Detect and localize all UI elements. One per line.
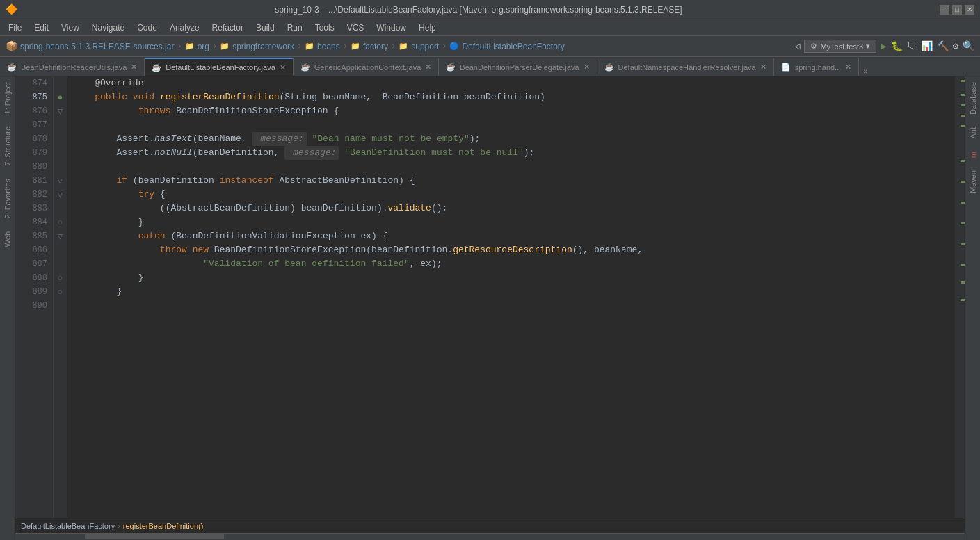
panel-database[interactable]: Database	[967, 76, 979, 120]
title-bar: 🔶 spring_10-3 – ...\DefaultListableBeanF…	[0, 0, 980, 19]
window-title: spring_10-3 – ...\DefaultListableBeanFac…	[23, 5, 934, 15]
close-btn[interactable]: ✕	[965, 5, 974, 15]
nav-springframework-icon: 📁	[220, 42, 230, 51]
menu-file[interactable]: File	[3, 22, 27, 34]
editor-area: 874 875 876 877 878 879 880 881 882 883 …	[15, 76, 965, 540]
menu-build[interactable]: Build	[250, 22, 280, 34]
panel-ant[interactable]: Ant	[967, 122, 979, 145]
code-line-882: try {	[73, 188, 949, 202]
code-line-880	[73, 160, 949, 174]
tab-generic-context[interactable]: ☕ GenericApplicationContext.java ✕	[294, 58, 439, 76]
tab-icon: ☕	[7, 63, 17, 72]
nav-springframework[interactable]: springframework	[232, 42, 294, 51]
nav-jar[interactable]: spring-beans-5.1.3.RELEASE-sources.jar	[20, 42, 174, 51]
tab-close-generic[interactable]: ✕	[425, 63, 431, 72]
code-line-881: if (beanDefinition instanceof AbstractBe…	[73, 174, 949, 188]
tab-label-sh: spring.hand...	[795, 63, 842, 72]
breadcrumb-class[interactable]: DefaultListableBeanFactory	[21, 522, 115, 530]
code-content[interactable]: @Override public void registerBeanDefini…	[67, 76, 955, 518]
code-line-883: ((AbstractBeanDefinition) beanDefinition…	[73, 202, 949, 215]
nav-factory[interactable]: factory	[363, 42, 388, 51]
menu-edit[interactable]: Edit	[29, 22, 54, 34]
minimize-btn[interactable]: –	[940, 5, 949, 15]
nav-support-icon: 📁	[399, 42, 408, 51]
build-button[interactable]: 🔨	[937, 40, 949, 52]
run-config-dropdown-icon: ▾	[866, 42, 870, 51]
menu-run[interactable]: Run	[282, 22, 308, 34]
tab-close-parser[interactable]: ✕	[584, 63, 590, 72]
code-line-890	[73, 299, 949, 313]
breadcrumb-method[interactable]: registerBeanDefinition()	[123, 522, 204, 530]
tab-spring-hand[interactable]: 📄 spring.hand... ✕	[774, 58, 860, 76]
tab-icon-sh: 📄	[781, 63, 791, 72]
debug-button[interactable]: 🐛	[891, 40, 903, 52]
run-config-label: MyTest.test3	[820, 42, 863, 51]
nav-support[interactable]: support	[411, 42, 439, 51]
profile-button[interactable]: 📊	[921, 40, 933, 52]
code-line-884: }	[73, 215, 949, 229]
tab-icon-parser: ☕	[446, 63, 456, 72]
code-line-874: @Override	[73, 76, 949, 90]
panel-maven-label[interactable]: Maven	[967, 165, 979, 199]
menu-view[interactable]: View	[56, 22, 85, 34]
code-line-888: }	[73, 271, 949, 285]
menu-tools[interactable]: Tools	[310, 22, 340, 34]
menu-navigate[interactable]: Navigate	[86, 22, 130, 34]
nav-class[interactable]: DefaultListableBeanFactory	[462, 42, 564, 51]
tab-label-parser: BeanDefinitionParserDelegate.java	[460, 63, 579, 72]
tab-bean-reader-utils[interactable]: ☕ BeanDefinitionReaderUtils.java ✕	[0, 58, 145, 76]
nav-bar: 📦 spring-beans-5.1.3.RELEASE-sources.jar…	[0, 36, 980, 57]
coverage-button[interactable]: ⛉	[907, 41, 917, 52]
tab-parser-delegate[interactable]: ☕ BeanDefinitionParserDelegate.java ✕	[439, 58, 597, 76]
window-controls: – □ ✕	[940, 5, 974, 15]
run-config-icon: ⚙	[810, 42, 817, 51]
nav-beans[interactable]: beans	[317, 42, 340, 51]
tab-default-listable-factory[interactable]: ☕ DefaultListableBeanFactory.java ✕	[145, 58, 294, 76]
tab-icon-generic: ☕	[300, 63, 310, 72]
panel-project[interactable]: 1: Project	[2, 76, 13, 120]
menu-vcs[interactable]: VCS	[342, 22, 370, 34]
code-line-879: Assert.notNull(beanDefinition, message: …	[73, 146, 949, 160]
tab-namespace-resolver[interactable]: ☕ DefaultNamespaceHandlerResolver.java ✕	[597, 58, 774, 76]
code-line-886: throw new BeanDefinitionStoreException(b…	[73, 243, 949, 257]
search-everywhere-btn[interactable]: 🔍	[963, 40, 974, 52]
editor-right-strip	[955, 76, 965, 518]
breadcrumb-bar: DefaultListableBeanFactory › registerBea…	[15, 518, 965, 533]
tab-close-bean-reader-utils[interactable]: ✕	[131, 63, 137, 72]
code-line-875: public void registerBeanDefinition(Strin…	[73, 90, 949, 104]
tab-label-active: DefaultListableBeanFactory.java	[166, 63, 275, 72]
h-scrollbar[interactable]	[15, 533, 965, 540]
nav-class-icon: 🔵	[449, 42, 459, 51]
menu-analyze[interactable]: Analyze	[164, 22, 205, 34]
tab-icon-ns: ☕	[604, 63, 614, 72]
menu-bar: File Edit View Navigate Code Analyze Ref…	[0, 19, 980, 36]
panel-web[interactable]: Web	[2, 226, 13, 252]
menu-code[interactable]: Code	[131, 22, 163, 34]
tabs-container: ☕ BeanDefinitionReaderUtils.java ✕ ☕ Def…	[0, 58, 980, 76]
panel-favorites[interactable]: 2: Favorites	[2, 173, 13, 224]
run-button[interactable]: ▶	[881, 40, 886, 52]
code-line-889: }	[73, 285, 949, 299]
tab-close-ns[interactable]: ✕	[760, 63, 766, 72]
code-container[interactable]: 874 875 876 877 878 879 880 881 882 883 …	[15, 76, 965, 518]
breadcrumb-sep: ›	[118, 522, 120, 530]
run-config-btn[interactable]: ⚙ MyTest.test3 ▾	[804, 40, 876, 53]
menu-window[interactable]: Window	[371, 22, 412, 34]
tab-bar: ☕ BeanDefinitionReaderUtils.java ✕ ☕ Def…	[0, 57, 980, 76]
tab-more-btn[interactable]: »	[859, 67, 872, 76]
tab-close-sh[interactable]: ✕	[845, 63, 851, 72]
menu-refactor[interactable]: Refactor	[207, 22, 249, 34]
toolbar-settings[interactable]: ⚙	[953, 40, 958, 52]
panel-structure[interactable]: 7: Structure	[2, 121, 13, 172]
menu-help[interactable]: Help	[413, 22, 442, 34]
right-panel: Database Ant m Maven	[965, 76, 980, 540]
tab-close-active[interactable]: ✕	[280, 63, 286, 72]
nav-org[interactable]: org	[198, 42, 209, 51]
gutter: ● ▽ ▽ ▽ ○ ▽ ○ ○	[54, 76, 67, 518]
panel-maven[interactable]: m	[967, 146, 979, 163]
code-line-887: "Validation of bean definition failed", …	[73, 257, 949, 271]
nav-back-icon[interactable]: ◁	[794, 40, 800, 52]
tab-icon-active: ☕	[152, 63, 161, 72]
line-numbers: 874 875 876 877 878 879 880 881 882 883 …	[15, 76, 54, 518]
maximize-btn[interactable]: □	[952, 5, 962, 15]
